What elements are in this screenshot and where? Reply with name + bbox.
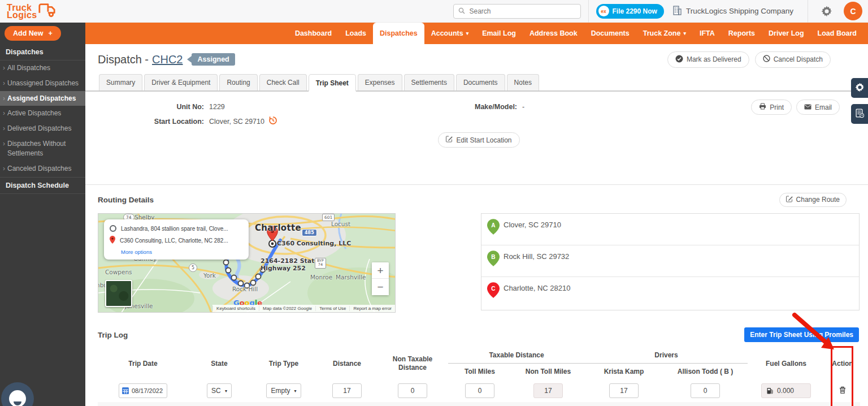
tab-expenses[interactable]: Expenses <box>358 74 402 90</box>
settings-gear-button[interactable] <box>821 6 832 17</box>
trash-icon <box>839 387 846 396</box>
nav-item-ifta[interactable]: IFTA <box>693 23 722 44</box>
sidebar-item-delivered-dispatches[interactable]: ›Delivered Dispatches <box>0 121 85 136</box>
top-header-bar: Truck Logics ex File 2290 Now TruckLogic… <box>0 0 868 23</box>
delete-row-button[interactable] <box>838 385 847 397</box>
col-driver-allison-todd: Allison Todd ( B ) <box>678 368 733 375</box>
email-button[interactable]: Email <box>796 100 840 115</box>
make-model-value: - <box>522 103 524 111</box>
cancel-dispatch-button[interactable]: Cancel Dispatch <box>755 51 831 68</box>
tab-settlements[interactable]: Settlements <box>404 74 454 90</box>
nav-item-load-board[interactable]: Load Board <box>811 23 863 44</box>
nav-item-label: Dispatches <box>380 23 418 44</box>
fuel-gallons-cell: 0.000 <box>761 383 811 398</box>
trip-type-select[interactable]: Empty▾ <box>266 383 301 398</box>
file-2290-label: File 2290 Now <box>613 7 657 15</box>
chevron-right-icon: › <box>3 139 5 158</box>
sidebar-item-assigned-dispatches[interactable]: ›Assigned Dispatches <box>0 91 85 106</box>
enter-trip-sheet-promiles-button[interactable]: Enter Trip Sheet Using Promiles <box>744 327 859 342</box>
destination-pin-icon <box>110 236 115 245</box>
mark-as-delivered-button[interactable]: Mark as Delivered <box>667 51 749 68</box>
nav-item-driver-log[interactable]: Driver Log <box>762 23 811 44</box>
sidebar-item-label: Active Dispatches <box>7 109 61 118</box>
logo-text-line2: Logics <box>7 11 37 19</box>
map-footer-link[interactable]: Map data ©2022 Google <box>259 306 315 311</box>
change-route-button[interactable]: Change Route <box>779 193 847 207</box>
sidebar-menu: ›All Dispatches›Unassigned Dispatches›As… <box>0 61 85 176</box>
driver-krista-miles-input[interactable] <box>609 383 639 398</box>
route-stop-row: CCharlotte, NC 28210 <box>481 277 859 309</box>
edit-icon <box>786 196 793 204</box>
main-area: DashboardLoadsDispatchesAccounts▾Email L… <box>85 23 868 406</box>
nav-item-dispatches[interactable]: Dispatches <box>373 23 424 44</box>
route-map[interactable]: Lashandra, 804 stallion spare trail, Clo… <box>98 213 396 313</box>
nav-item-reports[interactable]: Reports <box>722 23 762 44</box>
nav-item-accounts[interactable]: Accounts▾ <box>424 23 475 44</box>
map-footer-link[interactable]: Keyboard shortcuts <box>212 306 259 311</box>
satellite-view-thumbnail[interactable] <box>105 280 132 307</box>
unit-no-value: 1229 <box>209 103 225 111</box>
edit-start-location-button[interactable]: Edit Start Location <box>438 132 519 148</box>
nav-item-truck-zone[interactable]: Truck Zone▾ <box>636 23 693 44</box>
nav-item-documents[interactable]: Documents <box>584 23 636 44</box>
chevron-down-icon: ▾ <box>225 388 227 394</box>
gear-icon <box>855 83 865 94</box>
tab-summary[interactable]: Summary <box>99 74 142 90</box>
nav-item-label: Dashboard <box>295 23 332 44</box>
tab-check-call[interactable]: Check Call <box>259 74 307 90</box>
chat-widget-button[interactable] <box>1 382 34 406</box>
nav-item-loads[interactable]: Loads <box>338 23 373 44</box>
sidebar-section-dispatch-schedule[interactable]: Dispatch Schedule <box>0 177 85 194</box>
tab-trip-sheet[interactable]: Trip Sheet <box>309 74 356 92</box>
route-stop-label: Rock Hill, SC 29732 <box>504 250 569 261</box>
col-group-taxable-distance: Taxable Distance <box>448 351 585 364</box>
nav-item-email-log[interactable]: Email Log <box>475 23 523 44</box>
zoom-out-button[interactable]: − <box>372 279 389 295</box>
user-avatar[interactable]: C <box>844 2 862 20</box>
distance-input[interactable] <box>332 383 362 398</box>
nav-item-address-book[interactable]: Address Book <box>523 23 584 44</box>
activity-log-panel-button[interactable] <box>851 104 868 124</box>
tab-notes[interactable]: Notes <box>507 74 539 90</box>
toll-miles-input[interactable] <box>465 383 494 398</box>
history-icon[interactable] <box>268 116 277 127</box>
check-circle-icon <box>675 55 683 64</box>
state-select[interactable]: SC▾ <box>207 383 232 398</box>
map-origin-text: Lashandra, 804 stallion spare trail, Clo… <box>121 226 228 232</box>
tab-driver-equipment[interactable]: Driver & Equipment <box>144 74 218 90</box>
map-footer-link[interactable]: Report a map error <box>349 306 395 311</box>
sidebar-item-active-dispatches[interactable]: ›Active Dispatches <box>0 106 85 121</box>
col-fuel-gallons: Fuel Gallons <box>766 360 806 368</box>
file-2290-button[interactable]: ex File 2290 Now <box>596 4 664 19</box>
non-taxable-distance-input-cell <box>398 383 427 398</box>
company-switcher[interactable]: TruckLogics Shipping Company <box>673 6 793 17</box>
driver-allison-miles-input[interactable] <box>691 383 720 398</box>
map-footer-link[interactable]: Terms of Use <box>315 306 349 311</box>
non-taxable-distance-input[interactable] <box>398 383 427 398</box>
sidebar-item-unassigned-dispatches[interactable]: ›Unassigned Dispatches <box>0 76 85 91</box>
tab-routing[interactable]: Routing <box>219 74 257 90</box>
sidebar-item-canceled-dispatches[interactable]: ›Canceled Dispatches <box>0 161 85 176</box>
dispatch-id-link[interactable]: CHC2 <box>152 53 183 66</box>
svg-text:B: B <box>491 254 495 260</box>
sidebar-item-all-dispatches[interactable]: ›All Dispatches <box>0 61 85 76</box>
email-label: Email <box>815 103 832 111</box>
trip-date-input[interactable]: 08/17/2022 <box>119 383 167 398</box>
dispatch-details: Unit No: 1229 Start Location: Clover, SC… <box>98 92 860 174</box>
add-new-button[interactable]: Add New + <box>5 26 61 41</box>
sidebar-item-dispatches-without-settlements[interactable]: ›Dispatches Without Settlements <box>0 136 85 161</box>
chevron-down-icon: ▾ <box>466 23 469 44</box>
trip-log-rows: 08/17/2022SC▾Empty▾0.00008/17/2022SC▾Loa… <box>98 379 860 406</box>
search-input[interactable] <box>468 7 576 16</box>
start-location-value: Clover, SC 29710 <box>209 118 264 126</box>
nav-item-label: Email Log <box>482 23 516 44</box>
email-icon <box>804 103 811 111</box>
zoom-in-button[interactable]: + <box>372 262 389 279</box>
settings-panel-button[interactable] <box>851 78 868 98</box>
nav-item-dashboard[interactable]: Dashboard <box>288 23 338 44</box>
tab-documents[interactable]: Documents <box>456 74 505 90</box>
trucklogics-logo[interactable]: Truck Logics <box>7 2 56 21</box>
map-more-options-link[interactable]: More options <box>121 249 243 255</box>
print-button[interactable]: Print <box>751 100 792 115</box>
map-origin-row: Lashandra, 804 stallion spare trail, Clo… <box>110 225 243 232</box>
